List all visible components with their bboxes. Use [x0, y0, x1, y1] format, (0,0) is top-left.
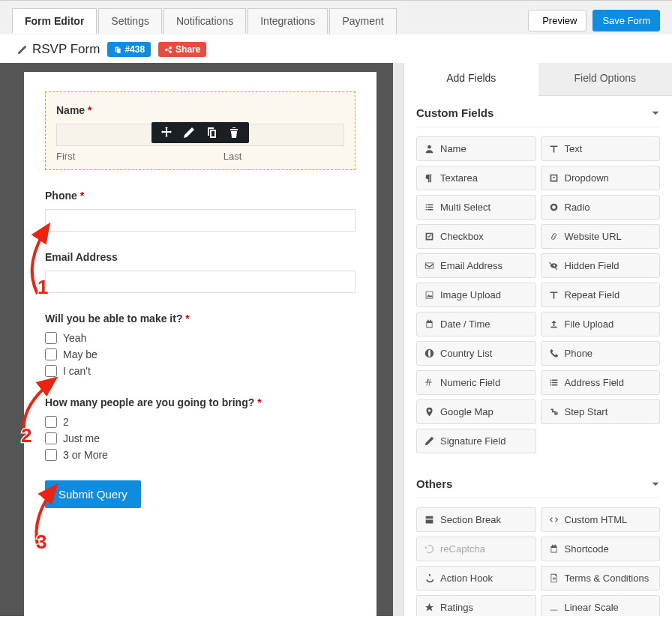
form-id-badge[interactable]: #438 [107, 42, 151, 57]
chevron-down-icon [651, 480, 660, 489]
field-type-label: Dropdown [565, 172, 609, 184]
field-type-image-upload[interactable]: Image Upload [416, 283, 536, 307]
form-id-text: #438 [124, 44, 145, 55]
field-type-email-address[interactable]: Email Address [416, 253, 536, 278]
field-type-label: Website URL [565, 231, 622, 242]
attend-opt-2-label: I can't [63, 365, 91, 377]
field-type-google-map[interactable]: Google Map [416, 399, 536, 424]
field-type-name[interactable]: Name [416, 136, 536, 161]
field-type-country-list[interactable]: Country List [416, 341, 536, 366]
tab-notifications[interactable]: Notifications [164, 8, 246, 34]
upload-icon [549, 319, 559, 329]
email-label: Email Address [45, 251, 356, 263]
field-type-radio[interactable]: Radio [541, 195, 661, 220]
preview-scrollbar[interactable] [393, 63, 404, 616]
field-email[interactable]: Email Address [45, 251, 356, 293]
people-opt-2[interactable] [45, 449, 57, 461]
field-attend[interactable]: Will you be able to make it? * Yeah May … [45, 312, 356, 377]
people-opt-1[interactable] [45, 432, 57, 444]
field-type-hidden-field[interactable]: Hidden Field [541, 253, 661, 278]
field-type-repeat-field[interactable]: Repeat Field [541, 283, 661, 307]
anchor-icon [424, 573, 434, 583]
field-type-label: Hidden Field [565, 260, 620, 271]
field-type-ratings[interactable]: Ratings [416, 595, 536, 616]
mail-icon [424, 261, 434, 271]
submit-button[interactable]: Submit Query [45, 480, 141, 508]
attend-opt-0[interactable] [45, 332, 57, 344]
form-title-text: RSVP Form [32, 42, 100, 57]
field-type-website-url[interactable]: Website URL [541, 224, 661, 249]
field-type-multi-select[interactable]: Multi Select [416, 195, 536, 220]
phone-label: Phone * [45, 190, 356, 202]
edit-icon[interactable] [183, 127, 195, 139]
field-type-custom-html[interactable]: Custom HTML [541, 507, 661, 532]
field-people[interactable]: How many people are you going to bring? … [45, 396, 356, 461]
sidetab-add-fields[interactable]: Add Fields [404, 63, 538, 96]
field-type-address-field[interactable]: Address Field [541, 370, 661, 395]
scale-icon [549, 603, 559, 612]
attend-opt-1[interactable] [45, 348, 57, 360]
field-type-step-start[interactable]: Step Start [541, 399, 661, 424]
field-name[interactable]: Name * First Last [45, 91, 356, 170]
copy-icon [113, 46, 122, 54]
cal-icon [424, 319, 434, 329]
delete-icon[interactable] [228, 127, 240, 139]
accordion-custom-fields[interactable]: Custom Fields [416, 96, 660, 127]
addr-icon [549, 378, 559, 387]
field-type-linear-scale[interactable]: Linear Scale [541, 595, 661, 616]
globe-icon [424, 348, 434, 358]
field-type-numeric-field[interactable]: Numeric Field [416, 370, 536, 395]
tab-form-editor[interactable]: Form Editor [12, 8, 97, 34]
field-type-textarea[interactable]: Textarea [416, 166, 536, 190]
accordion-others[interactable]: Others [416, 467, 660, 498]
field-type-label: Radio [565, 202, 590, 213]
field-type-signature-field[interactable]: Signature Field [416, 429, 536, 453]
field-phone[interactable]: Phone * [45, 190, 356, 232]
phone-input[interactable] [45, 209, 356, 232]
field-type-section-break[interactable]: Section Break [416, 507, 536, 532]
field-type-label: Numeric Field [440, 377, 500, 388]
field-type-label: Textarea [440, 172, 478, 184]
field-type-label: Repeat Field [565, 289, 620, 301]
radio-icon [549, 202, 559, 212]
terms-icon [549, 573, 559, 583]
field-type-label: Custom HTML [565, 514, 628, 525]
tab-settings[interactable]: Settings [98, 8, 162, 34]
field-type-label: Signature Field [440, 435, 506, 447]
field-type-label: File Upload [565, 318, 614, 330]
share-badge[interactable]: Share [158, 42, 206, 57]
short-icon [549, 544, 559, 554]
sidetab-field-options[interactable]: Field Options [538, 63, 673, 96]
attend-opt-0-label: Yeah [63, 332, 86, 344]
duplicate-icon[interactable] [206, 127, 218, 139]
field-type-shortcode[interactable]: Shortcode [541, 537, 661, 561]
people-opt-1-label: Just me [63, 432, 100, 444]
nav-tabs: Form Editor Settings Notifications Integ… [12, 8, 398, 34]
form-title: RSVP Form [16, 42, 100, 57]
name-label: Name * [56, 104, 344, 116]
field-type-text[interactable]: Text [541, 136, 661, 161]
move-icon[interactable] [160, 127, 172, 139]
field-type-phone[interactable]: Phone [541, 341, 661, 366]
save-form-button[interactable]: Save Form [592, 10, 660, 31]
people-opt-0[interactable] [45, 416, 57, 428]
attend-opt-2[interactable] [45, 365, 57, 377]
field-type-label: Image Upload [440, 289, 501, 301]
field-type-label: Email Address [440, 260, 502, 271]
phone-icon [549, 348, 559, 358]
field-type-action-hook[interactable]: Action Hook [416, 566, 536, 591]
field-type-file-upload[interactable]: File Upload [541, 312, 661, 336]
field-type-label: Shortcode [565, 543, 609, 555]
field-type-dropdown[interactable]: Dropdown [541, 166, 661, 190]
star-icon [424, 603, 434, 612]
tab-integrations[interactable]: Integrations [248, 8, 328, 34]
field-type-checkbox[interactable]: Checkbox [416, 224, 536, 249]
custom-fields-head: Custom Fields [416, 106, 494, 119]
preview-button[interactable]: Preview [528, 10, 586, 31]
email-input[interactable] [45, 271, 356, 293]
pin-icon [424, 407, 434, 417]
field-type-date-time[interactable]: Date / Time [416, 312, 536, 336]
pencil-icon [16, 44, 28, 55]
tab-payment[interactable]: Payment [329, 8, 396, 34]
field-type-terms-conditions[interactable]: Terms & Conditions [541, 566, 661, 591]
